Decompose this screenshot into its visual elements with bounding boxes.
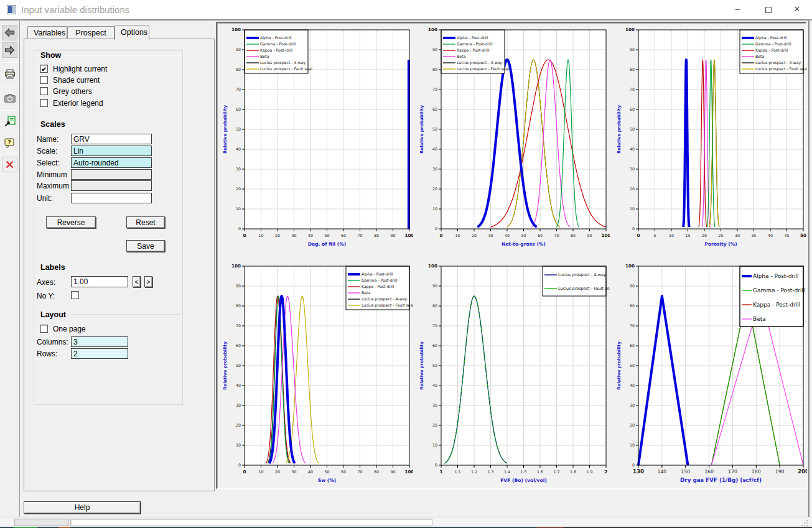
name-field[interactable] (71, 134, 152, 144)
tab-prospect-list[interactable]: Prospect list (67, 26, 114, 39)
rows-field[interactable] (71, 348, 128, 359)
svg-text:10: 10 (258, 233, 263, 238)
select-field[interactable] (71, 157, 152, 168)
svg-text:Relative probability: Relative probability (223, 105, 228, 154)
svg-text:2: 2 (604, 469, 607, 475)
svg-text:70: 70 (357, 470, 362, 474)
snapshot-button[interactable] (2, 90, 17, 106)
svg-text:80: 80 (432, 67, 437, 72)
svg-text:10: 10 (236, 206, 241, 211)
svg-text:90: 90 (390, 233, 395, 238)
shade-current-checkbox[interactable] (40, 76, 48, 84)
svg-text:Relative probability: Relative probability (223, 341, 228, 390)
scale-field[interactable] (71, 146, 152, 156)
one-page-checkbox[interactable] (40, 325, 48, 333)
svg-text:Kappa - Post-drill: Kappa - Post-drill (260, 48, 293, 53)
svg-text:60: 60 (432, 343, 437, 348)
status-left-box (14, 519, 69, 526)
delete-button[interactable] (2, 157, 17, 172)
unit-field[interactable] (71, 193, 152, 203)
export-button[interactable] (2, 113, 17, 129)
svg-text:Alpha - Post-drill: Alpha - Post-drill (260, 35, 292, 40)
exterior-legend-checkbox[interactable] (40, 99, 48, 107)
chart-dry-gas-fvf: Alpha - Post-drillGamma - Post-drillKapp… (613, 261, 807, 493)
svg-text:Porosity (%): Porosity (%) (704, 241, 737, 247)
tab-variables[interactable]: Variables (27, 26, 67, 39)
minimize-button[interactable]: – (723, 0, 752, 19)
svg-text:Alpha - Post-drill: Alpha - Post-drill (457, 35, 488, 40)
svg-text:Alpha - Post-drill: Alpha - Post-drill (753, 273, 799, 279)
rows-label: Rows: (37, 350, 57, 358)
axes-decrement-button[interactable]: < (133, 276, 141, 287)
status-field (70, 519, 432, 526)
svg-text:190: 190 (775, 469, 785, 475)
svg-text:0: 0 (238, 226, 241, 231)
tab-options[interactable]: Options (114, 25, 149, 40)
svg-text:1.4: 1.4 (504, 470, 510, 474)
reset-button[interactable]: Reset (126, 216, 165, 228)
svg-text:100: 100 (231, 27, 241, 32)
svg-text:50: 50 (521, 233, 526, 238)
svg-text:60: 60 (236, 107, 241, 111)
svg-text:90: 90 (390, 470, 395, 474)
svg-text:Lucius prospect - Fault seal: Lucius prospect - Fault seal (260, 67, 312, 72)
grey-others-label: Grey others (53, 87, 92, 96)
close-button[interactable]: ✕ (783, 0, 811, 19)
tab-options-label: Options (121, 28, 147, 37)
print-button[interactable] (2, 66, 17, 81)
axes-increment-button[interactable]: > (144, 276, 152, 287)
svg-text:80: 80 (236, 303, 241, 308)
columns-label: Columns: (37, 338, 68, 346)
charts-panel: Alpha - Post-drillGamma - Post-drillKapp… (216, 22, 807, 489)
minimum-label: Minimum (37, 170, 67, 179)
svg-text:50: 50 (800, 233, 806, 238)
no-y-checkbox[interactable] (71, 291, 79, 299)
grey-others-checkbox[interactable] (40, 87, 48, 95)
help-button-toolbar[interactable]: ? (2, 136, 17, 151)
svg-text:20: 20 (432, 187, 437, 191)
forward-button[interactable] (2, 42, 17, 58)
minimum-field[interactable] (71, 169, 152, 180)
columns-field[interactable] (71, 336, 128, 347)
scale-label: Scale: (37, 147, 57, 155)
svg-text:Beta: Beta (457, 54, 465, 58)
svg-text:0: 0 (632, 463, 635, 467)
svg-text:50: 50 (324, 233, 329, 238)
svg-text:30: 30 (236, 167, 241, 171)
reverse-button[interactable]: Reverse (46, 216, 96, 228)
svg-text:30: 30 (630, 167, 635, 171)
svg-text:70: 70 (554, 233, 559, 238)
svg-text:80: 80 (374, 233, 379, 238)
axes-field[interactable] (71, 276, 128, 287)
maximum-field[interactable] (71, 180, 152, 191)
svg-text:20: 20 (275, 470, 280, 474)
shade-current-label: Shade current (53, 76, 100, 85)
svg-text:Dry gas FVF (1/Bg) (scf/cf): Dry gas FVF (1/Bg) (scf/cf) (680, 477, 762, 483)
svg-text:Gamma - Post-drill: Gamma - Post-drill (362, 278, 398, 282)
svg-text:10: 10 (432, 443, 437, 447)
options-tab-page: Show ✔ Highlight current Shade current G… (24, 39, 215, 491)
resize-grip[interactable] (800, 520, 808, 526)
svg-text:0: 0 (243, 233, 246, 238)
maximize-button[interactable] (754, 0, 783, 19)
svg-text:60: 60 (432, 107, 437, 111)
left-toolbar: ? (0, 21, 20, 528)
svg-text:30: 30 (735, 233, 740, 238)
svg-text:50: 50 (432, 127, 437, 131)
printer-icon (4, 69, 16, 79)
svg-text:20: 20 (236, 187, 241, 191)
show-group-title: Show (40, 51, 65, 60)
svg-text:20: 20 (432, 423, 437, 427)
status-bar (0, 517, 812, 527)
back-button[interactable] (2, 25, 17, 40)
camera-icon (4, 94, 16, 103)
svg-text:30: 30 (488, 233, 493, 238)
svg-text:80: 80 (571, 233, 576, 238)
svg-text:140: 140 (657, 469, 666, 475)
name-label: Name: (37, 135, 58, 144)
svg-text:Alpha - Post-drill: Alpha - Post-drill (362, 272, 393, 277)
save-button[interactable]: Save (126, 240, 165, 252)
help-button[interactable]: Help (24, 501, 141, 514)
svg-text:0: 0 (439, 233, 442, 238)
highlight-current-checkbox[interactable]: ✔ (40, 65, 48, 73)
